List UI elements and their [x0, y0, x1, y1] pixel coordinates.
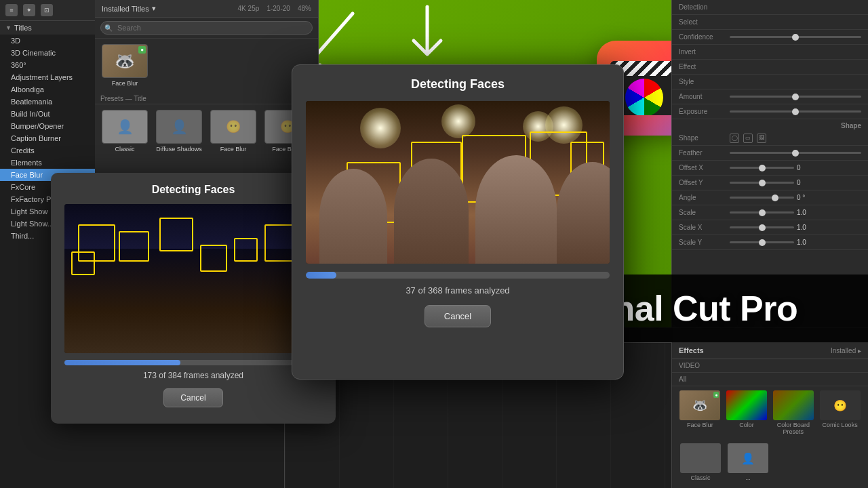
panel-row-invert: Invert	[672, 45, 868, 60]
rbe-item-other2[interactable]: 👤 ...	[726, 443, 770, 481]
light-2	[441, 104, 475, 138]
rbe-other1-label: Classic	[690, 474, 710, 481]
search-wrap	[100, 21, 313, 35]
sidebar-item-bumper[interactable]: Bumper/Opener	[0, 120, 95, 132]
shape-section-header: Shape	[672, 119, 868, 131]
dropdown-icon[interactable]: ▾	[152, 4, 156, 13]
sidebar-item-beatlemania[interactable]: Beatlemania	[0, 96, 95, 108]
search-input[interactable]	[100, 21, 313, 35]
rbe-raccoon-label: Face Blur	[687, 422, 713, 428]
preset-item-face-blur2[interactable]: Face Blur	[209, 110, 258, 152]
presets-section-header: Presets — Title	[95, 92, 318, 104]
panel-row-select: Select	[672, 15, 868, 30]
amount-label: Amount	[679, 93, 730, 100]
offsety-label: Offset Y	[679, 179, 730, 186]
shape-radio-image[interactable]: 🖼	[757, 134, 766, 143]
rbe-item-comic[interactable]: 😶 Comic Looks	[818, 390, 861, 435]
sidebar-item-albondiga[interactable]: Albondiga	[0, 83, 95, 96]
exposure-slider[interactable]	[730, 110, 861, 113]
feather-slider[interactable]	[730, 152, 861, 154]
exposure-thumb	[792, 108, 799, 115]
sidebar-icon-2[interactable]: ✦	[23, 4, 35, 16]
chevron-icon: ▼	[5, 24, 12, 31]
dialog-bg-progress-wrap	[64, 360, 322, 365]
effects-panel: Installed Titles ▾ 4K 25p 1-20-20 48% ● …	[95, 0, 319, 180]
panel-row-amount: Amount	[672, 89, 868, 104]
sidebar-icon-1[interactable]: ≡	[5, 4, 18, 16]
preset-item-classic[interactable]: Classic	[100, 110, 149, 152]
style-label: Style	[679, 78, 730, 85]
effect-thumb-face-blur: ●	[102, 44, 148, 78]
dialog-bg-cancel-button[interactable]: Cancel	[163, 388, 222, 407]
rbe-header: Effects Installed ▸	[672, 342, 868, 359]
rbe-video-section: VIDEO	[672, 359, 868, 373]
sidebar-item-buildinout[interactable]: Build In/Out	[0, 108, 95, 120]
rbe-comic-label: Comic Looks	[823, 422, 858, 428]
angle-slider[interactable]	[730, 197, 794, 199]
face-box-bg-2	[119, 231, 149, 262]
dialog-fg-status: 37 of 368 frames analyzed	[406, 285, 509, 296]
dialog-fg-cancel-button[interactable]: Cancel	[425, 305, 491, 327]
rbe-item-raccoon[interactable]: 🦝 ● Face Blur	[679, 390, 722, 435]
rbe-thumb-comic: 😶	[820, 390, 861, 420]
dialog-fg-progress-wrap	[306, 272, 610, 279]
scaley-slider[interactable]	[730, 241, 794, 243]
shape-radios: ◯ ▭ 🖼	[730, 134, 766, 143]
preset-item-diffuse[interactable]: Diffuse Shadows	[155, 110, 203, 152]
rbe-video-label: VIDEO	[679, 362, 700, 369]
offsetx-slider[interactable]	[730, 167, 794, 169]
scale-slider[interactable]	[730, 211, 794, 214]
dialog-bg-status: 173 of 384 frames analyzed	[143, 371, 243, 380]
scalex-value: 1.0	[797, 224, 861, 231]
rbe-item-other1[interactable]: Classic	[679, 443, 722, 481]
sidebar-header[interactable]: ▼ Titles	[0, 21, 95, 35]
amount-thumb	[792, 94, 799, 100]
shape-radio-rect[interactable]: ▭	[743, 134, 753, 143]
sidebar-item-3d[interactable]: 3D	[0, 35, 95, 47]
confidence-slider[interactable]	[730, 36, 861, 38]
rbe-item-color[interactable]: Color	[726, 390, 768, 435]
rbe-item-colorboard[interactable]: Color Board Presets	[772, 390, 815, 435]
fcp-color-wheel	[625, 79, 663, 115]
panel-row-confidence: Confidence	[672, 30, 868, 45]
offsety-slider[interactable]	[730, 182, 794, 184]
sidebar-item-elements[interactable]: Elements	[0, 157, 95, 169]
face-box-bg-5	[234, 238, 258, 262]
effect-item-face-blur[interactable]: ● Face Blur	[100, 44, 149, 87]
panel-row-scale: Scale 1.0	[672, 205, 868, 220]
panel-row-offsetx: Offset X 0	[672, 161, 868, 176]
scale-thumb	[759, 209, 766, 216]
effects-meta: 4K 25p 1-20-20 48%	[238, 5, 311, 12]
exposure-label: Exposure	[679, 108, 730, 115]
panel-row-angle: Angle 0 °	[672, 190, 868, 205]
rbe-thumb-colorboard	[773, 390, 814, 420]
confidence-label: Confidence	[679, 33, 730, 41]
shape-label: Shape	[679, 134, 730, 142]
zoom-label: 48%	[298, 5, 311, 12]
timecode-label: 1-20-20	[267, 5, 290, 12]
dialog-bg-preview	[64, 204, 322, 353]
right-bottom-effects: Effects Installed ▸ VIDEO All 🦝 ● Face B…	[671, 342, 868, 488]
panel-row-style: Style	[672, 75, 868, 89]
scalex-slider[interactable]	[730, 226, 794, 228]
sidebar-item-3d-cinematic[interactable]: 3D Cinematic	[0, 47, 95, 59]
preset-label-classic: Classic	[115, 146, 134, 152]
invert-label: Invert	[679, 48, 730, 56]
sidebar-icon-3[interactable]: ⊡	[41, 4, 53, 16]
offsety-value: 0	[797, 179, 861, 186]
scalex-thumb	[759, 224, 766, 231]
angle-thumb	[772, 195, 778, 201]
effects-grid: ● Face Blur	[95, 39, 318, 92]
rbe-installed[interactable]: Installed ▸	[831, 347, 861, 354]
sidebar-item-adjustment[interactable]: Adjustment Layers	[0, 71, 95, 83]
dialog-fg-preview	[306, 101, 610, 264]
sidebar-item-caption-burner[interactable]: Caption Burner	[0, 132, 95, 144]
rbe-color-label: Color	[739, 422, 754, 428]
sidebar-item-360[interactable]: 360°	[0, 59, 95, 71]
rbe-other2-label: ...	[745, 474, 751, 481]
panel-row-scaley: Scale Y 1.0	[672, 235, 868, 250]
shape-radio-circle[interactable]: ◯	[730, 134, 739, 143]
sidebar-item-credits[interactable]: Credits	[0, 144, 95, 157]
amount-slider[interactable]	[730, 96, 861, 98]
panel-row-detection: Detection	[672, 0, 868, 15]
